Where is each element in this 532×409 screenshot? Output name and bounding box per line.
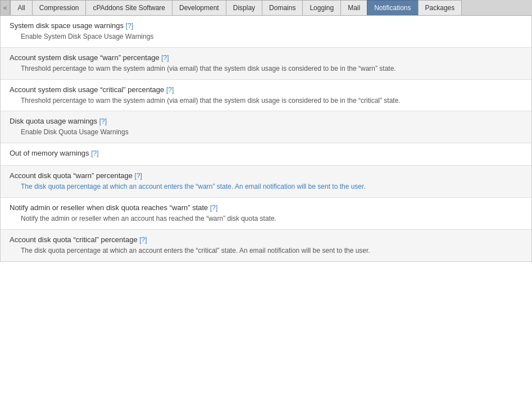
setting-desc-sys-disk-warnings: Enable System Disk Space Usage Warnings: [21, 32, 522, 42]
content-area: System disk space usage warnings [?]Enab…: [0, 16, 532, 262]
setting-title-sys-disk-critical-pct: Account system disk usage “critical” per…: [10, 85, 522, 94]
setting-row-sys-disk-critical-pct: Account system disk usage “critical” per…: [1, 80, 531, 112]
tab-display[interactable]: Display: [226, 0, 262, 15]
help-link-out-of-memory[interactable]: [?]: [91, 149, 98, 157]
setting-row-acct-disk-critical-pct: Account disk quota “critical” percentage…: [1, 230, 531, 261]
setting-desc-disk-quota-warnings: Enable Disk Quota Usage Warnings: [21, 128, 522, 137]
tab-development[interactable]: Development: [172, 0, 226, 15]
setting-row-notify-admin-warn: Notify admin or reseller when disk quota…: [1, 198, 531, 230]
setting-desc-acct-disk-warn-pct: The disk quota percentage at which an ac…: [21, 182, 522, 192]
tab-compression[interactable]: Compression: [32, 0, 86, 15]
tab-domains[interactable]: Domains: [262, 0, 302, 15]
setting-row-sys-disk-warnings: System disk space usage warnings [?]Enab…: [1, 16, 531, 48]
setting-desc-notify-admin-warn: Notify the admin or reseller when an acc…: [21, 214, 522, 224]
help-link-sys-disk-warnings[interactable]: [?]: [126, 22, 133, 30]
help-link-acct-disk-warn-pct[interactable]: [?]: [135, 172, 142, 180]
help-link-disk-quota-warnings[interactable]: [?]: [99, 117, 107, 125]
setting-row-disk-quota-warnings: Disk quota usage warnings [?]Enable Disk…: [1, 111, 531, 143]
setting-title-out-of-memory: Out of memory warnings [?]: [10, 149, 522, 157]
tab-scroll-left[interactable]: <: [0, 0, 10, 15]
help-link-notify-admin-warn[interactable]: [?]: [210, 204, 217, 212]
tab-logging[interactable]: Logging: [302, 0, 340, 15]
setting-title-notify-admin-warn: Notify admin or reseller when disk quota…: [10, 203, 522, 212]
setting-title-disk-quota-warnings: Disk quota usage warnings [?]: [10, 117, 522, 125]
setting-title-acct-disk-critical-pct: Account disk quota “critical” percentage…: [10, 235, 522, 244]
setting-title-acct-disk-warn-pct: Account disk quota “warn” percentage [?]: [10, 171, 522, 180]
setting-row-acct-disk-warn-pct: Account disk quota “warn” percentage [?]…: [1, 166, 531, 198]
tab-packages[interactable]: Packages: [418, 0, 462, 15]
setting-desc-sys-disk-critical-pct: Threshold percentage to warn the system …: [21, 96, 522, 106]
setting-row-sys-disk-warn-pct: Account system disk usage “warn” percent…: [1, 48, 531, 80]
tab-mail[interactable]: Mail: [340, 0, 367, 15]
setting-row-out-of-memory: Out of memory warnings [?]: [1, 143, 531, 166]
tab-notifications[interactable]: Notifications: [367, 0, 417, 15]
setting-title-sys-disk-warnings: System disk space usage warnings [?]: [10, 21, 522, 30]
tab-all[interactable]: All: [10, 0, 31, 15]
tab-bar: < AllCompressioncPAddons Site SoftwareDe…: [0, 0, 532, 16]
setting-desc-acct-disk-critical-pct: The disk quota percentage at which an ac…: [21, 246, 522, 256]
help-link-sys-disk-warn-pct[interactable]: [?]: [161, 54, 169, 62]
tab-cpaddons-site-software[interactable]: cPAddons Site Software: [85, 0, 172, 15]
setting-desc-sys-disk-warn-pct: Threshold percentage to warn the system …: [21, 64, 522, 74]
help-link-acct-disk-critical-pct[interactable]: [?]: [139, 236, 147, 244]
setting-title-sys-disk-warn-pct: Account system disk usage “warn” percent…: [10, 53, 522, 62]
help-link-sys-disk-critical-pct[interactable]: [?]: [166, 86, 174, 94]
